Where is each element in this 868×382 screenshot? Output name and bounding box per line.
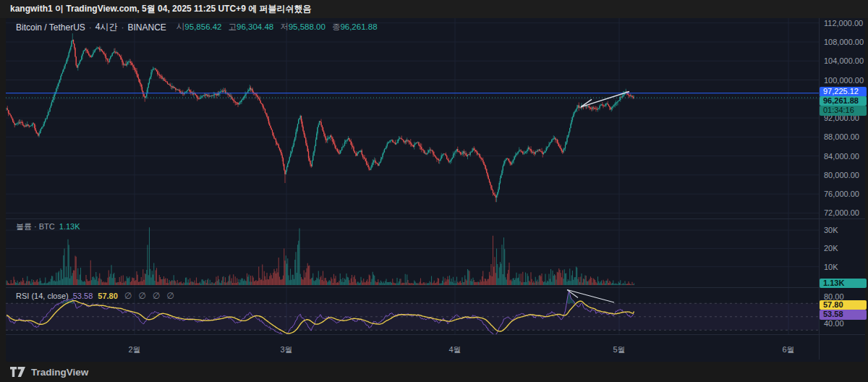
volume-value: 1.13K bbox=[59, 222, 80, 231]
rsi-pane-label: RSI (14, close)53.5857.80∅∅∅∅ bbox=[16, 291, 174, 301]
price-axis-label: 100,000.00 bbox=[824, 76, 864, 85]
close-label: 종 bbox=[332, 22, 341, 31]
high-label: 고 bbox=[229, 22, 237, 31]
empty-value-icon: ∅ bbox=[138, 291, 145, 301]
price-axis-label: 88,000.00 bbox=[824, 132, 859, 141]
time-axis-month-label: 5월 bbox=[608, 344, 630, 355]
close-value: 96,261.88 bbox=[340, 22, 377, 31]
price-axis-label: 76,000.00 bbox=[824, 190, 859, 198]
rsi-axis-label: 40.00 bbox=[824, 319, 844, 328]
volume-pane-label: 볼륨 · BTC1.13K bbox=[16, 221, 80, 232]
price-axis[interactable]: 97,225.12 96,261.88 01:34:16 1.13K 57.80… bbox=[819, 18, 865, 334]
low-value: 95,588.00 bbox=[289, 22, 326, 31]
open-value: 95,856.42 bbox=[184, 22, 221, 31]
published-chart-page: kangwith1 이 TradingView.com, 5월 04, 2025… bbox=[0, 0, 868, 382]
time-axis-month-label: 4월 bbox=[444, 344, 466, 355]
time-axis-month-label: 6월 bbox=[778, 344, 799, 355]
high-value: 96,304.48 bbox=[237, 22, 273, 31]
volume-axis-label: 20K bbox=[824, 244, 838, 252]
rsi-hidden-inputs: ∅∅∅∅ bbox=[118, 292, 174, 300]
price-axis-label: 104,000.00 bbox=[824, 56, 864, 65]
bar-countdown-badge: 01:34:16 bbox=[820, 106, 867, 116]
price-axis-label: 72,000.00 bbox=[824, 208, 859, 217]
interval-label: 4시간 bbox=[95, 21, 118, 33]
empty-value-icon: ∅ bbox=[153, 291, 160, 301]
volume-axis-label: 10K bbox=[824, 263, 838, 271]
tradingview-brand-text[interactable]: TradingView bbox=[31, 367, 88, 378]
alert-price-badge: 97,225.12 bbox=[820, 87, 867, 97]
volume-badge: 1.13K bbox=[820, 279, 867, 289]
empty-value-icon: ∅ bbox=[124, 291, 132, 301]
last-price-badge: 96,261.88 bbox=[820, 96, 867, 106]
open-label: 시 bbox=[176, 22, 185, 31]
low-label: 저 bbox=[280, 22, 289, 31]
volume-axis-label: 30K bbox=[824, 226, 838, 234]
rsi-ma-value: 57.80 bbox=[98, 292, 118, 300]
exchange-label: BINANCE bbox=[128, 22, 166, 33]
volume-label-text: 볼륨 · BTC bbox=[16, 222, 55, 231]
empty-value-icon: ∅ bbox=[166, 291, 174, 301]
rsi-label-text: RSI (14, close) bbox=[16, 292, 69, 300]
chart-canvas[interactable] bbox=[0, 0, 868, 382]
ohlc-values: 시95,856.42 고96,304.48 저95,588.00 종96,261… bbox=[176, 22, 384, 33]
footer: TradingView bbox=[0, 362, 868, 382]
time-axis-month-label: 2월 bbox=[124, 344, 145, 355]
time-axis-month-label: 3월 bbox=[276, 344, 297, 355]
price-axis-label: 108,000.00 bbox=[824, 38, 864, 46]
price-axis-label: 84,000.00 bbox=[824, 152, 859, 161]
separator-dot: · bbox=[122, 22, 124, 33]
rsi-value: 53.58 bbox=[73, 292, 93, 300]
time-axis[interactable]: 2월3월4월5월6월 bbox=[6, 334, 819, 360]
rsi-ma-badge: 57.80 bbox=[820, 300, 867, 310]
tradingview-logo-icon[interactable] bbox=[10, 367, 26, 377]
separator-dot: · bbox=[89, 22, 92, 33]
symbol-title[interactable]: Bitcoin / TetherUS bbox=[16, 22, 85, 33]
price-axis-label: 80,000.00 bbox=[824, 171, 859, 179]
price-axis-label: 112,000.00 bbox=[824, 19, 863, 27]
symbol-header[interactable]: Bitcoin / TetherUS · 4시간 · BINANCE 시95,8… bbox=[16, 21, 384, 33]
rsi-badge: 53.58 bbox=[820, 310, 867, 320]
